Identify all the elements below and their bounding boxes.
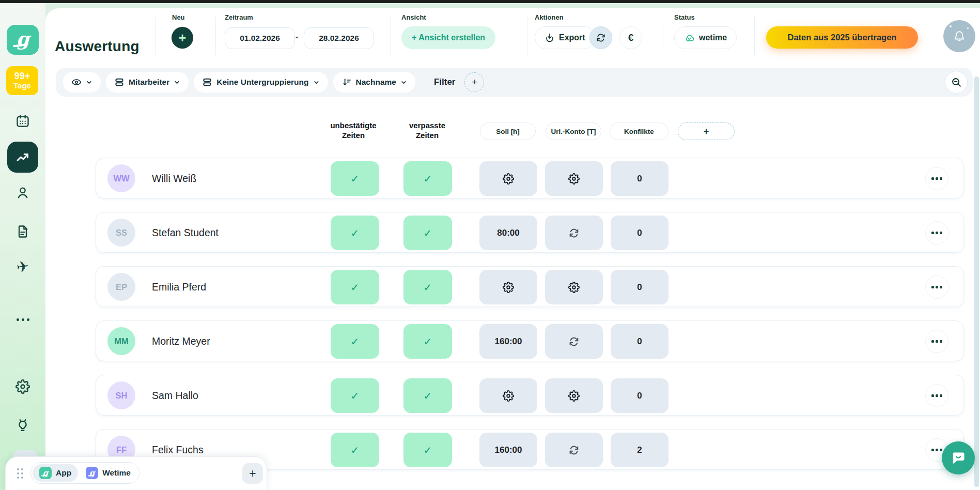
status-label: Status (674, 13, 695, 21)
neu-label: Neu (172, 13, 185, 21)
ansicht-label: Ansicht (401, 13, 426, 21)
avatar: MM (107, 327, 135, 355)
sidebar-item-more[interactable] (15, 312, 30, 327)
column-header-verpasste-zeiten: verpassteZeiten (386, 120, 469, 140)
avatar: WW (107, 164, 135, 192)
cell-konflikte[interactable]: 0 (611, 161, 668, 196)
column-header-url-konto[interactable]: Url.-Konto [T] (546, 122, 601, 140)
add-filter-button[interactable]: + (464, 72, 484, 92)
row-menu-button[interactable] (925, 275, 948, 299)
add-tab-button[interactable]: + (242, 463, 263, 484)
divider (663, 17, 663, 55)
cell-url-konto[interactable] (545, 270, 603, 304)
row-menu-button[interactable] (925, 221, 948, 244)
cell-verpasste-zeiten[interactable]: ✓ (403, 161, 452, 196)
cell-unbestaetigte-zeiten[interactable]: ✓ (331, 433, 379, 467)
status-wetime-button[interactable]: wetime (674, 26, 737, 49)
create-view-button[interactable]: + Ansicht erstellen (401, 26, 495, 49)
search-button[interactable] (945, 71, 968, 94)
cell-unbestaetigte-zeiten[interactable]: ✓ (331, 161, 379, 196)
tab-wetime[interactable]: g Wetime (79, 464, 137, 482)
notifications-button[interactable] (943, 20, 975, 52)
app-logo[interactable]: g (7, 25, 39, 55)
cell-konflikte[interactable]: 0 (611, 216, 668, 250)
export-label: Export (559, 33, 585, 42)
app-tab-group: g App g Wetime (30, 462, 139, 484)
cell-url-konto[interactable] (545, 433, 603, 467)
cell-verpasste-zeiten[interactable]: ✓ (403, 270, 452, 304)
subgroup-dropdown[interactable]: Keine Untergruppierung (194, 72, 328, 93)
vertical-scrollbar[interactable] (974, 76, 979, 487)
table-row: WWWilli Weiß✓✓0 (96, 158, 964, 198)
zeitraum-label: Zeitraum (225, 13, 253, 21)
check-icon: ✓ (424, 335, 432, 348)
cell-soll[interactable]: 160:00 (479, 324, 537, 359)
days-counter-badge[interactable]: 99+ Tage (6, 66, 38, 95)
sidebar-item-calendar[interactable] (15, 113, 30, 129)
visibility-dropdown[interactable] (63, 72, 101, 93)
gear-icon (503, 390, 514, 402)
group-by-dropdown[interactable]: Mitarbeiter (106, 72, 189, 93)
chat-widget-button[interactable] (942, 441, 975, 474)
cell-url-konto[interactable] (545, 216, 603, 250)
cell-url-konto[interactable] (545, 378, 603, 413)
cell-verpasste-zeiten[interactable]: ✓ (403, 216, 452, 250)
column-header-konflikte[interactable]: Konflikte (610, 122, 668, 140)
check-icon: ✓ (351, 444, 360, 456)
row-menu-button[interactable] (925, 167, 948, 190)
table-row: SSStefan Student✓✓80:000 (96, 212, 964, 253)
date-to-input[interactable]: 28.02.2026 (304, 27, 374, 49)
download-icon (545, 33, 555, 43)
cell-soll[interactable]: 80:00 (479, 216, 537, 250)
employee-name: Willi Weiß (152, 173, 196, 185)
employee-name: Emilia Pferd (152, 281, 206, 293)
cell-konflikte[interactable]: 0 (611, 378, 668, 413)
sort-dropdown[interactable]: Nachname (333, 72, 415, 93)
add-column-button[interactable]: + (678, 122, 735, 140)
divider (391, 17, 391, 55)
cell-verpasste-zeiten[interactable]: ✓ (403, 433, 452, 467)
refresh-button[interactable] (589, 26, 612, 49)
chevron-down-icon (86, 79, 92, 86)
document-icon (15, 224, 30, 239)
cell-verpasste-zeiten[interactable]: ✓ (403, 378, 452, 413)
table-row: EPEmilia Pferd✓✓0 (96, 266, 964, 307)
check-icon: ✓ (424, 227, 432, 239)
chevron-down-icon (313, 79, 320, 86)
app-logo-icon: g (39, 467, 52, 479)
cell-url-konto[interactable] (545, 161, 603, 196)
cell-unbestaetigte-zeiten[interactable]: ✓ (331, 270, 379, 304)
cell-konflikte[interactable]: 0 (611, 270, 668, 304)
sidebar-item-documents[interactable] (15, 224, 30, 239)
cell-unbestaetigte-zeiten[interactable]: ✓ (331, 324, 379, 359)
sort-icon (341, 77, 352, 87)
avatar: SS (107, 219, 135, 247)
row-menu-button[interactable] (925, 384, 948, 407)
transfer-data-button[interactable]: Daten aus 2025 übertragen (766, 26, 918, 49)
currency-button[interactable]: € (619, 26, 642, 49)
cell-soll[interactable] (479, 270, 537, 304)
status-value: wetime (699, 33, 727, 42)
cell-unbestaetigte-zeiten[interactable]: ✓ (331, 378, 379, 413)
drag-handle[interactable] (17, 468, 23, 479)
cell-soll[interactable] (479, 161, 537, 196)
sidebar-item-users[interactable] (15, 185, 30, 201)
cell-soll[interactable] (479, 378, 537, 413)
date-from-input[interactable]: 01.02.2026 (225, 27, 295, 49)
sidebar-item-ideas[interactable] (15, 418, 30, 433)
cell-konflikte[interactable]: 2 (611, 433, 668, 467)
check-icon: ✓ (351, 335, 360, 348)
row-menu-button[interactable] (925, 330, 948, 353)
cell-konflikte[interactable]: 0 (611, 324, 668, 359)
export-button[interactable]: Export (535, 26, 595, 49)
cell-verpasste-zeiten[interactable]: ✓ (403, 324, 452, 359)
sidebar-item-settings[interactable] (15, 379, 30, 394)
sidebar-item-analytics-active[interactable] (7, 142, 38, 173)
cell-url-konto[interactable] (545, 324, 603, 359)
cell-soll[interactable]: 160:00 (479, 433, 537, 467)
cell-unbestaetigte-zeiten[interactable]: ✓ (331, 216, 379, 250)
column-header-soll[interactable]: Soll [h] (480, 122, 536, 140)
tab-app[interactable]: g App (33, 464, 78, 482)
sidebar-item-travel[interactable]: ✈ (15, 259, 30, 274)
new-entry-button[interactable]: + (172, 27, 193, 49)
